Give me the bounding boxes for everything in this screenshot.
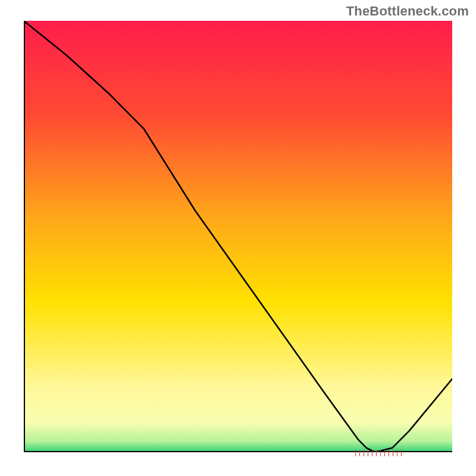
plot-area: ||||||||||||: [24, 21, 452, 452]
gradient-background: [24, 21, 452, 452]
chart-stage: TheBottleneck.com: [0, 0, 476, 476]
watermark-label: TheBottleneck.com: [346, 4, 469, 19]
chart-svg: [24, 21, 452, 452]
